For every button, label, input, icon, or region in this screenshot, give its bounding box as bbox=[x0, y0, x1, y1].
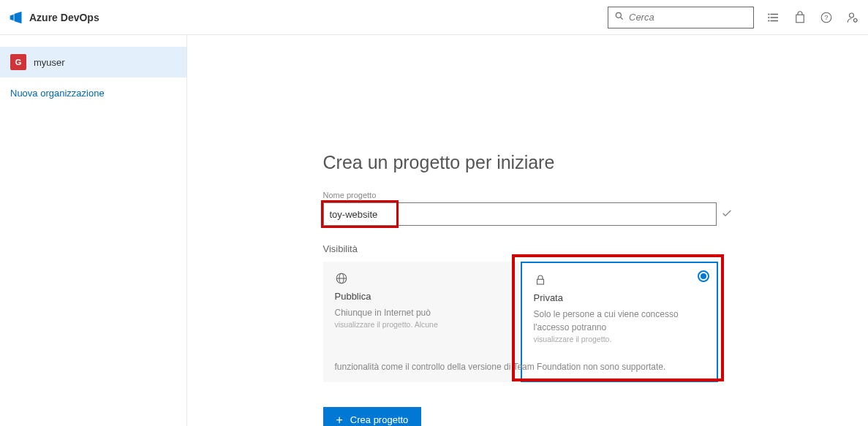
public-title: Pubblica bbox=[335, 291, 509, 302]
plus-icon: + bbox=[336, 414, 343, 426]
private-title: Privata bbox=[534, 292, 705, 303]
new-organization-link[interactable]: Nuova organizzazione bbox=[0, 77, 186, 109]
svg-point-5 bbox=[769, 13, 770, 15]
check-icon bbox=[721, 208, 733, 221]
project-name-row bbox=[323, 202, 733, 226]
create-button-label: Crea progetto bbox=[350, 414, 409, 425]
header-left: Azure DevOps bbox=[9, 10, 99, 25]
create-project-button[interactable]: + Crea progetto bbox=[323, 407, 422, 426]
brand-label: Azure DevOps bbox=[29, 12, 99, 23]
search-input[interactable] bbox=[629, 12, 747, 23]
main: Crea un progetto per iniziare Nome proge… bbox=[187, 35, 868, 426]
public-desc-extra: funzionalità come il controllo della ver… bbox=[335, 360, 701, 373]
svg-rect-8 bbox=[796, 15, 804, 23]
private-desc-line2: visualizzare il progetto. bbox=[534, 334, 705, 346]
header: Azure DevOps ? bbox=[0, 0, 868, 35]
lock-icon bbox=[534, 273, 705, 286]
svg-rect-20 bbox=[537, 279, 543, 284]
list-icon[interactable] bbox=[767, 11, 780, 24]
user-settings-icon[interactable] bbox=[846, 11, 859, 24]
visibility-public-card[interactable]: Pubblica Chiunque in Internet può visual… bbox=[323, 262, 521, 382]
create-project-form: Crea un progetto per iniziare Nome proge… bbox=[323, 152, 733, 426]
svg-text:?: ? bbox=[824, 14, 828, 21]
radio-selected-icon bbox=[698, 270, 709, 282]
svg-line-1 bbox=[621, 18, 623, 20]
svg-point-11 bbox=[850, 13, 854, 18]
globe-icon bbox=[335, 272, 509, 285]
sidebar-org-item[interactable]: G myuser bbox=[0, 47, 186, 77]
svg-point-12 bbox=[854, 18, 858, 22]
visibility-label: Visibilità bbox=[323, 243, 733, 254]
project-name-input[interactable] bbox=[323, 202, 717, 226]
svg-point-6 bbox=[769, 17, 770, 18]
org-avatar: G bbox=[10, 54, 26, 70]
public-desc: Chiunque in Internet può visualizzare il… bbox=[335, 306, 509, 331]
azure-devops-logo-icon bbox=[9, 10, 23, 25]
svg-point-0 bbox=[616, 12, 621, 18]
page-title: Crea un progetto per iniziare bbox=[323, 152, 733, 173]
body: G myuser Nuova organizzazione Crea un pr… bbox=[0, 35, 868, 426]
project-name-label: Nome progetto bbox=[323, 191, 733, 199]
visibility-options: Pubblica Chiunque in Internet può visual… bbox=[323, 262, 733, 382]
sidebar: G myuser Nuova organizzazione bbox=[0, 35, 187, 426]
help-icon[interactable]: ? bbox=[820, 11, 833, 24]
header-right: ? bbox=[608, 7, 859, 28]
public-desc-line1: Chiunque in Internet può bbox=[335, 308, 431, 318]
public-desc-line2: visualizzare il progetto. Alcune bbox=[335, 319, 509, 331]
private-desc: Solo le persone a cui viene concesso l'a… bbox=[534, 308, 705, 346]
org-name-label: myuser bbox=[34, 57, 65, 68]
svg-point-7 bbox=[769, 20, 770, 21]
search-box[interactable] bbox=[608, 7, 754, 28]
search-icon bbox=[614, 11, 624, 23]
shopping-bag-icon[interactable] bbox=[793, 11, 807, 24]
private-desc-line1: Solo le persone a cui viene concesso l'a… bbox=[534, 309, 679, 332]
